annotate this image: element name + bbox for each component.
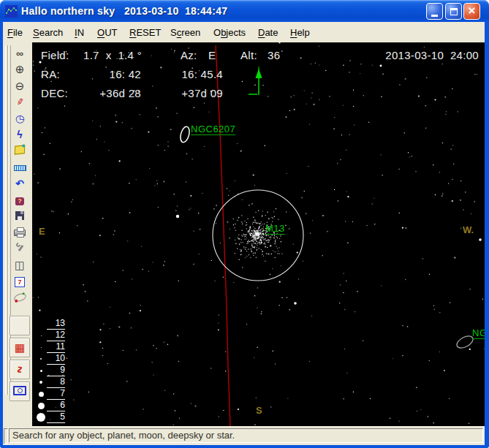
magnitude-dot <box>35 335 47 336</box>
direction-east-label: E <box>39 226 45 237</box>
open-book-icon: ◫ <box>15 259 25 270</box>
toolbar-button-binoculars-search[interactable]: ∞ <box>11 45 29 61</box>
menu-item-in[interactable]: IN <box>75 27 84 38</box>
menu-item-help[interactable]: Help <box>290 27 310 38</box>
magnitude-dot <box>35 358 47 360</box>
window-title: Hallo northern sky 2013-03-10 18:44:47 <box>21 5 227 17</box>
toolbar-button-open-book[interactable]: ◫ <box>11 257 29 273</box>
chart-datetime: 2013-03-10 24:00 <box>385 49 479 61</box>
status-bar-separator <box>4 428 8 444</box>
magnitude-value: 13 <box>47 319 65 330</box>
save-floppy-icon <box>15 210 24 222</box>
magnitude-row-9[interactable]: 9 <box>35 365 65 376</box>
magnitude-row-8[interactable]: 8 <box>35 376 65 388</box>
magnitude-dot <box>35 347 47 348</box>
star-field <box>33 42 485 425</box>
alt-label: Alt: <box>240 49 257 61</box>
ra-cursor-value: 16: 45.4 <box>164 68 223 80</box>
ngc6207-label[interactable]: NGC6207 <box>191 124 235 135</box>
toolbar-button-red-grid[interactable]: ▦ <box>10 338 30 357</box>
toolbar-button-camera[interactable] <box>10 381 30 401</box>
magnitude-value: 12 <box>47 330 65 341</box>
sky-chart-svg <box>32 42 485 426</box>
toolbar-button-zoom-in[interactable]: ⊕ <box>11 61 29 77</box>
magnitude-row-6[interactable]: 6 <box>35 400 65 411</box>
menu-item-objects[interactable]: Objects <box>213 27 246 38</box>
close-icon: × <box>469 4 476 17</box>
magnitude-value: 10 <box>47 354 65 365</box>
magnitude-dot <box>35 392 47 397</box>
magnitude-row-10[interactable]: 10 <box>35 353 65 365</box>
orbit-icon <box>14 292 26 303</box>
ra-label: RA: <box>41 68 60 80</box>
toolbar-button-ruler[interactable] <box>11 159 29 175</box>
dec-cursor-value: +37d 09 <box>164 87 223 99</box>
toolbar-button-orbit[interactable] <box>11 290 29 305</box>
ngc-right-label[interactable]: NG <box>472 328 485 339</box>
m13-label[interactable]: M13 <box>265 224 285 235</box>
toolbar-button-yellow-note[interactable] <box>11 143 29 159</box>
constellation-lines-icon: ∿ <box>14 364 26 375</box>
toolbar-button-zoom-out[interactable]: ⊖ <box>11 78 29 94</box>
field-value: 1.7 x 1.4 ° <box>83 49 142 61</box>
printer-icon <box>14 227 26 238</box>
toolbar-button-printer[interactable] <box>11 224 29 240</box>
menu-item-reset[interactable]: RESET <box>129 27 161 38</box>
maximize-icon <box>450 8 458 15</box>
magnitude-row-5[interactable]: 5 <box>35 411 65 423</box>
title-bar: Hallo northern sky 2013-03-10 18:44:47 × <box>0 0 489 22</box>
toolbar-button-help-book[interactable]: ? <box>11 192 29 208</box>
status-bar: Search for any object, planet, moon, dee… <box>3 426 485 445</box>
direction-south-label: S <box>256 405 262 416</box>
status-message: Search for any object, planet, moon, dee… <box>9 428 483 443</box>
alt-value: 36 <box>268 49 280 61</box>
magnitude-dot <box>35 370 47 372</box>
magnitude-value: 8 <box>47 377 65 388</box>
red-grid-icon: ▦ <box>15 342 25 353</box>
toolbar-button-walking-person[interactable]: ϟ <box>11 127 29 143</box>
binoculars-search-icon: ∞ <box>16 48 23 58</box>
toolbar-button-red-pencil[interactable]: ✎ <box>11 94 29 110</box>
menu-item-file[interactable]: File <box>7 27 23 38</box>
yellow-note-icon <box>15 145 25 156</box>
toolbar-button-constellation-lines[interactable]: ∿ <box>10 360 30 379</box>
sky-chart[interactable]: Field: 1.7 x 1.4 ° Az: E Alt: 36 2013-03… <box>32 42 485 426</box>
magnitude-value: 6 <box>47 400 65 411</box>
close-button[interactable]: × <box>463 3 480 20</box>
toolbar-button-blank[interactable] <box>10 316 30 335</box>
toolbar-button-clock[interactable]: ◷ <box>11 110 29 126</box>
ruler-icon <box>14 162 26 173</box>
az-value: E <box>208 49 216 61</box>
walking-person-icon: ϟ <box>17 129 22 140</box>
minimize-button[interactable] <box>426 3 443 20</box>
ra-center-value: 16: 42 <box>73 68 141 80</box>
camera-icon <box>13 386 26 398</box>
calendar-7-icon: 7 <box>15 275 25 287</box>
magnitude-row-12[interactable]: 12 <box>35 330 65 341</box>
menu-item-out[interactable]: OUT <box>97 27 117 38</box>
magnitude-dot <box>35 381 47 384</box>
magnitude-value: 11 <box>47 342 65 353</box>
toolbar-button-save-floppy[interactable] <box>11 208 29 224</box>
minimize-icon <box>431 15 438 17</box>
magnitude-scale: 1312111098765 <box>35 318 65 423</box>
ngc6207-galaxy-ellipse[interactable] <box>179 126 191 143</box>
wrench-icon <box>15 243 25 254</box>
toolbar-button-calendar-7[interactable]: 7 <box>11 273 29 289</box>
magnitude-row-11[interactable]: 11 <box>35 341 65 353</box>
menu-item-date[interactable]: Date <box>258 27 278 38</box>
toolbar: ∞⊕⊖✎◷ϟ↶?◫7▦∿ <box>3 42 32 426</box>
menu-item-search[interactable]: Search <box>33 27 63 38</box>
menu-item-screen[interactable]: Screen <box>170 27 200 38</box>
toolbar-button-undo[interactable]: ↶ <box>11 175 29 191</box>
maximize-button[interactable] <box>445 3 462 20</box>
toolbar-button-wrench[interactable] <box>11 241 29 257</box>
dec-label: DEC: <box>41 87 68 99</box>
app-logo-icon[interactable] <box>5 5 18 18</box>
magnitude-value: 7 <box>47 389 65 400</box>
zoom-out-icon: ⊖ <box>15 80 25 91</box>
zoom-in-icon: ⊕ <box>15 64 25 75</box>
menu-bar: FileSearchINOUTRESETScreenObjectsDateHel… <box>3 22 485 42</box>
magnitude-row-13[interactable]: 13 <box>35 318 65 330</box>
magnitude-row-7[interactable]: 7 <box>35 388 65 400</box>
